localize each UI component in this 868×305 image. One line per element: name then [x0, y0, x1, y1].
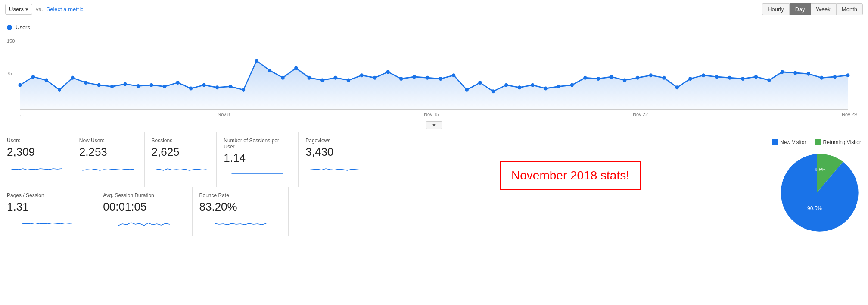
- time-btn-month[interactable]: Month: [836, 3, 863, 15]
- annotation-box: November 2018 stats!: [500, 161, 641, 190]
- svg-point-35: [478, 81, 482, 85]
- svg-point-14: [202, 83, 206, 87]
- svg-point-31: [426, 76, 429, 80]
- stat-card-pageviews: Pageviews 3,430: [299, 132, 370, 187]
- svg-point-20: [281, 76, 285, 80]
- stat-card-new-users: New Users 2,253: [72, 132, 145, 187]
- svg-point-51: [688, 77, 692, 81]
- stat-label-pages-per-session: Pages / Session: [7, 192, 89, 198]
- stat-value-sessions: 2,625: [152, 145, 210, 159]
- svg-point-36: [492, 89, 495, 93]
- stat-card-bounce-rate: Bounce Rate 83.20%: [193, 187, 289, 236]
- stat-value-sessions-per-user: 1.14: [224, 151, 291, 165]
- svg-point-38: [518, 85, 521, 89]
- select-metric-link[interactable]: Select a metric: [47, 6, 84, 13]
- toolbar: Users ▾ vs. Select a metric Hourly Day W…: [0, 0, 868, 19]
- svg-point-6: [97, 83, 100, 87]
- line-chart-svg: [7, 34, 861, 112]
- time-btn-hourly[interactable]: Hourly: [762, 3, 790, 15]
- metric-dropdown[interactable]: Users ▾: [5, 4, 32, 15]
- stat-card-avg-session-duration: Avg. Session Duration 00:01:05: [96, 187, 192, 236]
- svg-point-7: [110, 85, 114, 88]
- pie-label-new: 90.5%: [807, 205, 822, 211]
- svg-point-57: [767, 78, 771, 82]
- svg-point-59: [793, 71, 797, 75]
- svg-point-47: [636, 76, 639, 80]
- stat-value-bounce-rate: 83.20%: [199, 200, 281, 214]
- svg-point-52: [702, 73, 705, 77]
- stat-label-avg-session-duration: Avg. Session Duration: [103, 192, 185, 198]
- stat-label-bounce-rate: Bounce Rate: [199, 192, 281, 198]
- scroll-down-button[interactable]: ▼: [426, 121, 442, 129]
- pie-label-returning: 9.5%: [815, 167, 825, 172]
- svg-point-15: [215, 85, 219, 89]
- stat-label-sessions: Sessions: [152, 138, 210, 144]
- mini-chart-bounce-rate: [199, 216, 281, 229]
- svg-point-39: [531, 83, 534, 87]
- chart-legend: Users: [7, 24, 861, 31]
- right-block: November 2018 stats! New Visitor Returni…: [370, 132, 868, 243]
- pie-legend-returning-visitor: Returning Visitor: [815, 139, 862, 145]
- returning-visitor-label: Returning Visitor: [823, 139, 862, 145]
- svg-point-55: [741, 77, 744, 81]
- users-legend-label: Users: [16, 24, 30, 31]
- svg-point-18: [255, 59, 258, 63]
- svg-point-32: [439, 77, 442, 81]
- svg-point-21: [294, 66, 298, 70]
- svg-point-27: [373, 76, 376, 80]
- stats-row-1: Users 2,309 New Users 2,253 Sessions 2,6…: [0, 132, 370, 187]
- svg-point-5: [84, 81, 87, 85]
- svg-point-53: [715, 75, 718, 79]
- svg-point-24: [334, 76, 337, 80]
- stat-label-sessions-per-user: Number of Sessions per User: [224, 138, 291, 150]
- pie-area: New Visitor Returning Visitor: [772, 139, 861, 236]
- svg-point-8: [124, 82, 127, 86]
- svg-point-40: [544, 87, 548, 91]
- mini-chart-sessions: [152, 161, 210, 174]
- new-visitor-label: New Visitor: [780, 139, 806, 145]
- metric-dropdown-label: Users: [9, 6, 24, 13]
- svg-point-12: [176, 81, 180, 85]
- svg-point-29: [399, 77, 403, 81]
- svg-point-9: [137, 84, 140, 88]
- pie-legend: New Visitor Returning Visitor: [772, 139, 861, 145]
- x-label-start: ...: [20, 112, 24, 117]
- svg-point-22: [308, 76, 311, 80]
- y-axis-75: 75: [7, 71, 12, 76]
- y-axis-150: 150: [7, 38, 15, 44]
- svg-point-46: [623, 78, 626, 82]
- stat-card-pages-per-session: Pages / Session 1.31: [0, 187, 96, 236]
- svg-point-43: [583, 76, 587, 80]
- svg-point-1: [31, 75, 35, 79]
- pie-chart-svg: 9.5% 90.5%: [774, 150, 860, 236]
- svg-point-2: [44, 78, 48, 82]
- svg-point-17: [242, 88, 245, 92]
- svg-point-13: [189, 87, 193, 91]
- x-label-nov8: Nov 8: [218, 112, 230, 117]
- mini-chart-new-users: [79, 161, 137, 174]
- time-btn-day[interactable]: Day: [790, 3, 811, 15]
- x-label-nov29: Nov 29: [842, 112, 857, 117]
- svg-point-0: [18, 83, 22, 87]
- svg-point-34: [465, 88, 469, 92]
- chevron-down-icon: ▾: [25, 6, 28, 13]
- bottom-section: Users 2,309 New Users 2,253 Sessions 2,6…: [0, 132, 868, 243]
- x-label-nov22: Nov 22: [633, 112, 648, 117]
- stat-card-users: Users 2,309: [0, 132, 72, 187]
- svg-point-44: [597, 77, 600, 81]
- svg-point-60: [807, 72, 810, 76]
- chart-scroll-area: ▼: [7, 119, 861, 132]
- stat-label-users: Users: [7, 138, 65, 144]
- annotation-text: November 2018 stats!: [511, 169, 629, 182]
- svg-point-25: [347, 78, 350, 82]
- stat-value-pages-per-session: 1.31: [7, 200, 89, 214]
- mini-chart-users: [7, 161, 65, 174]
- stats-row-2: Pages / Session 1.31 Avg. Session Durati…: [0, 187, 370, 236]
- svg-point-61: [820, 76, 823, 80]
- mini-chart-avg-session-duration: [103, 216, 185, 229]
- mini-chart-pageviews: [305, 161, 364, 174]
- metric-selector: Users ▾ vs. Select a metric: [5, 4, 84, 15]
- svg-point-63: [846, 73, 849, 77]
- svg-point-37: [504, 83, 508, 87]
- time-btn-week[interactable]: Week: [811, 3, 836, 15]
